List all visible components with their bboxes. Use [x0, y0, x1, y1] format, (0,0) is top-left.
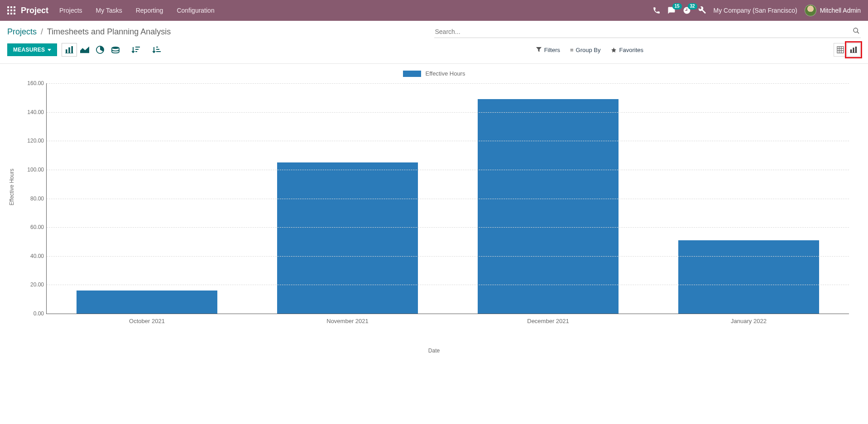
sort-asc-icon[interactable]	[150, 43, 163, 57]
y-axis-title: Effective Hours	[9, 169, 15, 205]
svg-rect-13	[72, 46, 73, 53]
breadcrumb-root[interactable]: Projects	[7, 27, 37, 36]
nav-menu: Projects My Tasks Reporting Configuratio…	[59, 7, 215, 14]
y-tick-label: 0.00	[20, 310, 44, 317]
y-tick-label: 60.00	[20, 224, 44, 230]
pivot-view-icon[interactable]	[834, 43, 847, 57]
svg-point-9	[854, 28, 858, 32]
graph-view-icon[interactable]	[847, 43, 860, 57]
svg-rect-30	[853, 48, 854, 52]
legend-swatch	[403, 71, 421, 77]
top-navbar: Project Projects My Tasks Reporting Conf…	[0, 0, 868, 21]
avatar	[805, 5, 816, 16]
activities-badge: 32	[688, 3, 697, 10]
x-axis-title: Date	[5, 348, 863, 354]
grid-line	[47, 83, 849, 84]
grid-line	[47, 141, 849, 141]
y-tick-label: 100.00	[20, 167, 44, 173]
bar[interactable]	[277, 162, 417, 314]
svg-rect-6	[7, 13, 9, 14]
y-tick-label: 20.00	[20, 281, 44, 288]
svg-rect-3	[7, 10, 9, 11]
svg-rect-12	[69, 48, 71, 53]
svg-rect-8	[14, 13, 15, 14]
svg-rect-14	[66, 53, 74, 53]
user-name: Mitchell Admin	[820, 7, 861, 14]
svg-rect-2	[14, 6, 15, 8]
control-panel: Projects / Timesheets and Planning Analy…	[0, 21, 868, 60]
x-tick-label: January 2022	[731, 318, 767, 324]
svg-rect-24	[837, 47, 844, 53]
plot-area: October 2021November 2021December 2021Ja…	[46, 83, 849, 314]
grid-line	[47, 170, 849, 170]
grid-line	[47, 227, 849, 228]
nav-item-my-tasks[interactable]: My Tasks	[96, 7, 122, 14]
x-tick-label: October 2021	[129, 318, 165, 324]
svg-rect-32	[850, 52, 857, 53]
svg-rect-4	[10, 10, 12, 11]
search-icon[interactable]	[853, 27, 860, 36]
list-icon: ≡	[570, 47, 573, 53]
phone-icon[interactable]	[653, 7, 660, 14]
svg-rect-0	[7, 6, 9, 8]
svg-rect-29	[850, 49, 852, 52]
search-bar	[434, 25, 861, 38]
sort-desc-icon[interactable]	[129, 43, 142, 57]
app-brand[interactable]: Project	[21, 6, 48, 15]
nav-systray: 15 32 My Company (San Francisco) Mitchel…	[653, 5, 861, 16]
chart-type-group	[62, 43, 123, 57]
messages-icon[interactable]: 15	[667, 6, 676, 14]
svg-rect-31	[855, 47, 857, 52]
grid-line	[47, 285, 849, 285]
line-chart-icon[interactable]	[77, 43, 92, 57]
chart-plot: Effective Hours October 2021November 202…	[14, 79, 854, 332]
svg-rect-7	[10, 13, 12, 14]
measures-label: MEASURES	[13, 47, 45, 53]
pie-chart-icon[interactable]	[92, 43, 108, 57]
groupby-dropdown[interactable]: ≡ Group By	[570, 47, 601, 53]
breadcrumb: Projects / Timesheets and Planning Analy…	[7, 27, 171, 37]
user-menu[interactable]: Mitchell Admin	[805, 5, 861, 16]
apps-icon[interactable]	[7, 6, 15, 14]
page-title: Timesheets and Planning Analysis	[47, 27, 171, 36]
svg-point-15	[112, 47, 119, 49]
y-tick-label: 80.00	[20, 195, 44, 202]
bar[interactable]	[478, 99, 618, 314]
company-selector[interactable]: My Company (San Francisco)	[714, 7, 797, 14]
y-tick-label: 140.00	[20, 109, 44, 115]
nav-item-configuration[interactable]: Configuration	[177, 7, 214, 14]
svg-rect-11	[66, 49, 67, 53]
nav-item-reporting[interactable]: Reporting	[136, 7, 163, 14]
measures-button[interactable]: MEASURES	[7, 43, 57, 56]
y-tick-label: 120.00	[20, 138, 44, 144]
messages-badge: 15	[672, 3, 682, 10]
breadcrumb-separator: /	[41, 27, 43, 36]
bar[interactable]	[678, 240, 819, 314]
activities-icon[interactable]: 32	[683, 6, 691, 14]
stacked-icon[interactable]	[108, 43, 123, 57]
svg-rect-5	[14, 10, 15, 11]
view-switcher	[834, 43, 861, 57]
caret-down-icon	[48, 49, 51, 51]
search-options: Filters ≡ Group By Favorites	[536, 47, 834, 53]
grid-line	[47, 256, 849, 257]
chart-legend: Effective Hours	[5, 67, 863, 79]
filters-dropdown[interactable]: Filters	[536, 47, 560, 53]
debug-icon[interactable]	[698, 6, 706, 14]
grid-line	[47, 112, 849, 113]
svg-rect-1	[10, 6, 12, 8]
chart-container: Effective Hours Effective Hours October …	[0, 64, 868, 361]
y-tick-label: 160.00	[20, 80, 44, 86]
x-tick-label: December 2021	[527, 318, 569, 324]
bar[interactable]	[77, 291, 217, 314]
grid-line	[47, 199, 849, 199]
favorites-dropdown[interactable]: Favorites	[611, 47, 643, 53]
svg-line-10	[857, 32, 859, 33]
filters-label: Filters	[544, 47, 560, 53]
legend-label: Effective Hours	[426, 70, 465, 77]
groupby-label: Group By	[576, 47, 601, 53]
x-tick-label: November 2021	[326, 318, 369, 324]
bar-chart-icon[interactable]	[62, 43, 77, 57]
nav-item-projects[interactable]: Projects	[59, 7, 82, 14]
search-input[interactable]	[435, 28, 853, 35]
